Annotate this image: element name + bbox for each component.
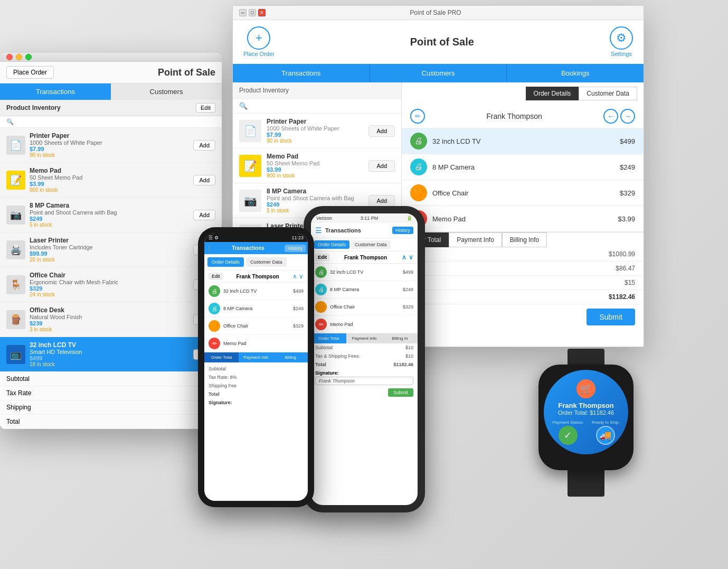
- iphone-history-button[interactable]: History: [392, 227, 413, 234]
- product-price: $7.99: [267, 132, 363, 138]
- win-minimize-btn[interactable]: ─: [239, 9, 247, 16]
- edit-customer-button[interactable]: ✏: [410, 109, 425, 124]
- win-restore-btn[interactable]: □: [249, 9, 256, 16]
- order-item-price: $329: [293, 323, 304, 329]
- subtotal-value: $1080.99: [609, 250, 635, 258]
- phone-tab-order-details[interactable]: Order Details: [207, 257, 244, 267]
- product-desc: Point and Shoot Camera with Bag: [267, 195, 363, 201]
- phone-tab-billing[interactable]: Billing: [273, 352, 308, 362]
- tab-customer-data[interactable]: Customer Data: [579, 87, 637, 100]
- mac-app-title: Point of Sale: [158, 67, 215, 78]
- product-image: 🪵: [6, 310, 25, 329]
- carrier-label: Verizon: [316, 216, 332, 221]
- product-info: 32 inch LCD TV Smart HD Television $499 …: [30, 341, 189, 367]
- settings-icon: ⚙: [610, 26, 633, 50]
- iphone-tab-customer-data[interactable]: Customer Data: [351, 240, 391, 249]
- shipping-label: Shipping Fee: [209, 383, 237, 388]
- add-product-button[interactable]: Add: [193, 140, 215, 151]
- settings-button[interactable]: ⚙ Settings: [610, 26, 633, 57]
- mac-close-btn[interactable]: [6, 54, 13, 60]
- order-item-price: $3.99: [618, 215, 635, 223]
- add-product-button[interactable]: Add: [193, 210, 215, 220]
- product-name: Memo Pad: [30, 167, 189, 174]
- phone-customer-bar: Edit Frank Thompson ∧ ∨: [204, 270, 308, 283]
- iphone-tab-order-total[interactable]: Order Total: [311, 333, 346, 343]
- watch-action-buttons: Payment Status: ✓ Ready to Ship: 🚚: [552, 420, 619, 445]
- tax-label: Tax Rate: [6, 389, 31, 397]
- phone-tab-customer-data[interactable]: Customer Data: [246, 257, 287, 267]
- order-item: 🖨 8 MP Camera $249: [402, 154, 644, 180]
- mac-place-order-button[interactable]: Place Order: [6, 66, 54, 79]
- product-desc: Point and Shoot Camera with Bag: [30, 209, 189, 216]
- product-price: $329: [30, 285, 189, 292]
- phone-tab-transactions[interactable]: Transactions: [214, 242, 282, 254]
- iphone-tab-order-details[interactable]: Order Details: [314, 240, 349, 249]
- mac-maximize-btn[interactable]: [25, 54, 32, 60]
- shipping-label: Shipping: [6, 404, 31, 411]
- add-product-button[interactable]: Add: [368, 160, 395, 172]
- iphone-customer-name: Frank Thompson: [344, 255, 387, 260]
- watch-ship-col: Ready to Ship: 🚚: [592, 420, 619, 445]
- iphone-tab-payment-info[interactable]: Payment Info: [346, 333, 382, 343]
- order-icon: 🖨: [209, 303, 220, 314]
- add-product-button[interactable]: Add: [193, 175, 215, 185]
- submit-order-button[interactable]: Submit: [587, 309, 635, 325]
- nav-tab-transactions[interactable]: Transactions: [233, 64, 370, 82]
- order-item: 🖨 8 MP Camera $249: [311, 281, 418, 299]
- list-item: 📄 Printer Paper 1000 Sheets of White Pap…: [233, 114, 401, 148]
- product-image: 📝: [6, 171, 25, 190]
- phone-totals: Subtotal Tax Rate: 8% Shipping Fee Total…: [204, 362, 308, 409]
- product-price: $499: [30, 355, 189, 361]
- product-image: 📷: [6, 206, 25, 225]
- order-item-name: Memo Pad: [432, 215, 612, 223]
- add-product-button[interactable]: Add: [368, 195, 395, 207]
- watch-screen: 🛒 Frank Thompson Order Total: $1182.46 P…: [544, 370, 628, 454]
- watch-payment-check-button[interactable]: ✓: [559, 426, 578, 445]
- nav-arrows: ← →: [603, 109, 635, 124]
- tab-order-details[interactable]: Order Details: [526, 87, 579, 100]
- prev-customer-button[interactable]: ←: [603, 109, 618, 124]
- mac-section-header: Product Inventory Edit: [0, 100, 222, 116]
- product-info: Office Chair Ergonomic Chair with Mesh F…: [30, 272, 189, 297]
- mac-edit-button[interactable]: Edit: [196, 103, 215, 113]
- hamburger-menu-icon[interactable]: ☰: [315, 226, 322, 235]
- nav-tab-bookings[interactable]: Bookings: [507, 64, 644, 82]
- next-button[interactable]: ∨: [409, 254, 413, 261]
- phone-tab-payment-info[interactable]: Payment Info: [239, 352, 273, 362]
- order-item: 🧡 Office Chair $329: [204, 318, 308, 335]
- nav-tab-customers[interactable]: Customers: [370, 64, 507, 82]
- product-desc: Includes Toner Cartridge: [30, 244, 189, 250]
- product-desc: 50 Sheet Memo Pad: [267, 160, 363, 166]
- mac-tab-transactions[interactable]: Transactions: [0, 83, 111, 100]
- iphone-edit-button[interactable]: Edit: [315, 254, 329, 261]
- order-item: ✏ Memo Pad: [311, 316, 418, 333]
- mac-minimize-btn[interactable]: [16, 54, 22, 60]
- win-header: + Place Order Point of Sale ⚙ Settings: [233, 20, 644, 64]
- iphone-tab-billing-info[interactable]: Billing In: [382, 333, 418, 343]
- watch-ship-button[interactable]: 🚚: [596, 426, 615, 445]
- next-customer-button[interactable]: →: [620, 109, 635, 124]
- phone-edit-button[interactable]: Edit: [209, 273, 223, 280]
- add-product-button[interactable]: Add: [368, 125, 395, 137]
- tab-billing-info[interactable]: Billing Info: [502, 232, 547, 247]
- tab-payment-info[interactable]: Payment Info: [449, 232, 502, 247]
- win-close-btn[interactable]: ✕: [258, 9, 266, 16]
- product-price: $7.99: [30, 146, 189, 152]
- phone-order-list: 🖨 32 inch LCD TV $499 🖨 8 MP Camera $249…: [204, 283, 308, 352]
- order-item-price: $499: [403, 269, 413, 275]
- order-item-price: $249: [620, 163, 635, 171]
- order-icon: ✏: [315, 319, 327, 330]
- win-right-panel: Order Details Customer Data ✏ Frank Thom…: [402, 82, 644, 347]
- phone-history-button[interactable]: History: [285, 245, 306, 252]
- prev-button[interactable]: ∧: [402, 254, 406, 261]
- product-desc: Smart HD Television: [30, 349, 189, 355]
- subtotal-label: Subtotal: [315, 345, 333, 350]
- place-order-button[interactable]: + Place Order: [243, 26, 275, 57]
- order-item: 🖨 32 inch LCD TV $499: [311, 264, 418, 281]
- iphone-nav-top: ☰ Transactions History: [311, 223, 418, 238]
- iphone-submit-button[interactable]: Submit: [388, 388, 413, 397]
- shipping-row: Shipping: [0, 400, 222, 415]
- phone-tab-order-total[interactable]: Order Total: [204, 352, 239, 362]
- mac-product-list: 📄 Printer Paper 1000 Sheets of White Pap…: [0, 128, 222, 372]
- mac-tab-customers[interactable]: Customers: [111, 83, 222, 100]
